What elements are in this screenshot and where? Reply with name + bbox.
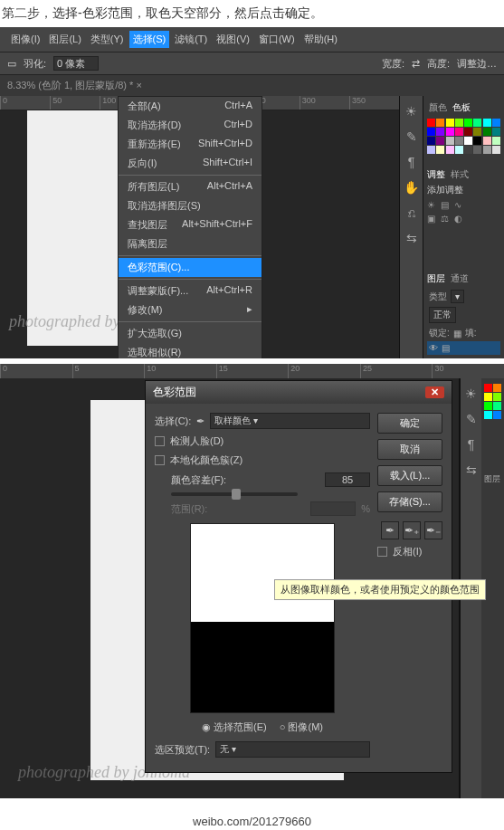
- fuzziness-input[interactable]: [325, 472, 370, 487]
- kind-label: 类型: [429, 291, 447, 303]
- menu-item-color-range[interactable]: 色彩范围(C)...: [119, 258, 262, 277]
- instruction-text: 第二步，选择-色彩范围，取色天空部分，然后点击确定。: [0, 0, 504, 27]
- menu-bar: 图像(I) 图层(L) 类型(Y) 选择(S) 滤镜(T) 视图(V) 窗口(W…: [0, 27, 504, 52]
- eye-icon[interactable]: 👁: [429, 343, 438, 353]
- menu-item-inverse[interactable]: 反向(I)Shift+Ctrl+I: [119, 154, 262, 173]
- width-label: 宽度:: [382, 57, 404, 71]
- footer-credit: weibo.com/201279660: [0, 798, 504, 830]
- menu-item-similar[interactable]: 选取相似(R): [119, 343, 262, 358]
- blend-mode[interactable]: 正常: [429, 307, 456, 323]
- invert-label: 反相(I): [393, 545, 422, 558]
- menu-view[interactable]: 视图(V): [213, 31, 253, 48]
- range-input: [310, 501, 356, 516]
- cancel-button[interactable]: 取消: [377, 439, 442, 460]
- balance-icon[interactable]: ⚖: [441, 214, 449, 224]
- menu-item-deselect[interactable]: 取消选择(D)Ctrl+D: [119, 116, 262, 135]
- preview-box[interactable]: [190, 523, 335, 713]
- fuzziness-label: 颜色容差(F):: [171, 473, 226, 487]
- menu-type[interactable]: 类型(Y): [87, 31, 128, 48]
- invert-check[interactable]: [377, 547, 387, 557]
- range-unit: %: [361, 503, 370, 514]
- lock-icons[interactable]: ▦: [453, 329, 461, 339]
- text-icon-2[interactable]: ¶: [463, 436, 480, 453]
- adjust-edge-button[interactable]: 调整边…: [457, 57, 497, 71]
- eyedropper-sub[interactable]: ✒₋: [424, 521, 442, 539]
- menu-item-find-layers[interactable]: 查找图层Alt+Shift+Ctrl+F: [119, 215, 262, 234]
- select-menu-dropdown: 全部(A)Ctrl+A 取消选择(D)Ctrl+D 重新选择(E)Shift+C…: [118, 96, 262, 358]
- swap-icon-2[interactable]: ⇆: [463, 462, 480, 478]
- menu-item-modify[interactable]: 修改(M)▸: [119, 301, 262, 320]
- layer-thumb[interactable]: ▤: [442, 343, 450, 353]
- menu-select[interactable]: 选择(S): [129, 31, 170, 48]
- swatch-grid-2[interactable]: [484, 384, 501, 419]
- hand-icon[interactable]: ✋: [404, 179, 420, 196]
- adjust-tab[interactable]: 调整: [427, 168, 445, 181]
- marquee-icon[interactable]: ▭: [7, 58, 16, 70]
- feather-input[interactable]: [53, 56, 99, 71]
- menu-item-deselect-layers[interactable]: 取消选择图层(S): [119, 196, 262, 215]
- save-button[interactable]: 存储(S)...: [377, 491, 442, 512]
- eyedropper-icon: ✒: [196, 415, 204, 427]
- kind-select[interactable]: ▾: [451, 290, 464, 303]
- menu-window[interactable]: 窗口(W): [255, 31, 299, 48]
- swap-icon[interactable]: ⇆: [404, 230, 420, 246]
- menu-item-refine-mask[interactable]: 调整蒙版(F)...Alt+Ctrl+R: [119, 281, 262, 301]
- layers-tab-2[interactable]: 图层: [484, 473, 501, 485]
- localized-check[interactable]: [155, 455, 165, 465]
- sun-icon-2[interactable]: ☀: [463, 386, 480, 402]
- layers-tab[interactable]: 图层: [427, 272, 445, 285]
- text-icon[interactable]: ¶: [404, 154, 420, 170]
- eyedropper-tool[interactable]: ✒: [381, 521, 399, 539]
- swatch-grid[interactable]: [427, 119, 500, 154]
- photoshop-window-1: 图像(I) 图层(L) 类型(Y) 选择(S) 滤镜(T) 视图(V) 窗口(W…: [0, 27, 504, 358]
- canvas-area[interactable]: 050100150200250300350 photographed by jo…: [0, 96, 399, 358]
- tool-strip: ☀ ✎ ¶ ✋ ⎌ ⇆: [399, 96, 423, 358]
- styles-tab[interactable]: 样式: [451, 168, 469, 181]
- brush-icon[interactable]: ✎: [404, 129, 420, 145]
- radio-image[interactable]: ○ 图像(M): [280, 720, 323, 734]
- radio-selection[interactable]: ◉ 选择范围(E): [202, 720, 267, 734]
- bw-icon[interactable]: ◐: [454, 214, 462, 224]
- brush-icon-2[interactable]: ✎: [463, 411, 480, 427]
- ruler-horizontal-2: 051015202530: [0, 364, 504, 378]
- select-dropdown[interactable]: 取样颜色 ▾: [210, 413, 370, 429]
- detect-faces-check[interactable]: [155, 436, 165, 446]
- menu-layer[interactable]: 图层(L): [45, 31, 84, 48]
- select-label: 选择(C):: [155, 415, 191, 428]
- hue-icon[interactable]: ▣: [427, 214, 435, 224]
- color-range-dialog: 色彩范围 ✕ 选择(C): ✒ 取样颜色 ▾ 检测人脸(D) 本地化颜色簇(Z)…: [145, 380, 452, 773]
- brightness-icon[interactable]: ☀: [427, 200, 435, 210]
- dialog-title: 色彩范围: [153, 385, 196, 400]
- levels-icon[interactable]: ▤: [441, 200, 449, 210]
- menu-image[interactable]: 图像(I): [7, 31, 43, 48]
- height-label: 高度:: [427, 57, 450, 71]
- preview-label: 选区预览(T):: [155, 743, 210, 757]
- menu-item-all[interactable]: 全部(A)Ctrl+A: [119, 97, 262, 116]
- menu-item-reselect[interactable]: 重新选择(E)Shift+Ctrl+D: [119, 135, 262, 154]
- feather-label: 羽化:: [24, 57, 46, 71]
- color-tab[interactable]: 颜色: [429, 101, 447, 114]
- right-panels: 颜色色板 调整样式 添加调整 ☀ ▤ ∿ ▣ ⚖ ◐ 图层通道 类型▾: [423, 96, 504, 358]
- channels-tab[interactable]: 通道: [451, 272, 469, 285]
- eyedropper-add[interactable]: ✒₊: [403, 521, 421, 539]
- range-label: 范围(R):: [171, 502, 207, 516]
- menu-help[interactable]: 帮助(H): [300, 31, 341, 48]
- document-tab[interactable]: 8.33% (色阶 1, 图层蒙版/8) * ×: [0, 74, 504, 96]
- lock-label: 锁定:: [429, 327, 450, 339]
- localized-label: 本地化颜色簇(Z): [170, 453, 242, 467]
- load-button[interactable]: 载入(L)...: [377, 465, 442, 486]
- menu-item-all-layers[interactable]: 所有图层(L)Alt+Ctrl+A: [119, 177, 262, 196]
- menu-item-isolate[interactable]: 隔离图层: [119, 234, 262, 253]
- options-bar: ▭ 羽化: 宽度: ⇄ 高度: 调整边…: [0, 52, 504, 74]
- ok-button[interactable]: 确定: [377, 413, 442, 434]
- photoshop-window-2: 051015202530 photographed by johnomd ☀ ✎…: [0, 364, 504, 798]
- menu-filter[interactable]: 滤镜(T): [171, 31, 211, 48]
- swatch-tab[interactable]: 色板: [452, 101, 471, 114]
- step-icon[interactable]: ⎌: [404, 205, 420, 221]
- curves-icon[interactable]: ∿: [454, 200, 461, 210]
- sun-icon[interactable]: ☀: [404, 103, 420, 119]
- fuzziness-slider[interactable]: [171, 492, 298, 496]
- close-icon[interactable]: ✕: [425, 386, 444, 398]
- preview-dropdown[interactable]: 无 ▾: [215, 741, 370, 758]
- menu-item-grow[interactable]: 扩大选取(G): [119, 324, 262, 343]
